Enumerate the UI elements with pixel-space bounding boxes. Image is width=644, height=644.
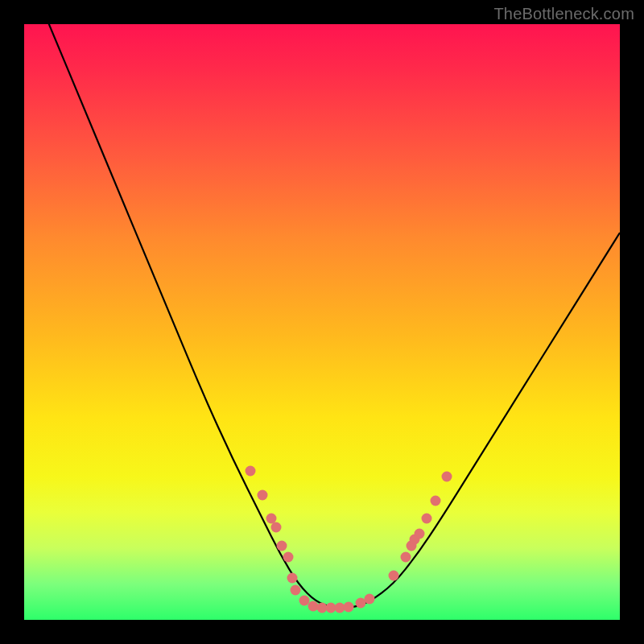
data-marker [287,573,298,584]
data-marker [271,522,282,533]
data-marker [388,570,398,580]
data-marker [344,601,354,612]
data-marker [258,489,268,500]
data-marker [246,466,256,477]
data-marker [365,594,375,605]
data-marker [283,552,293,563]
curve-layer [24,24,620,620]
data-marker [421,514,431,524]
data-marker [276,540,287,551]
data-marker [290,585,300,596]
data-marker [430,496,440,506]
plot-area [24,24,620,620]
data-marker [400,552,411,563]
watermark-text: TheBottleneck.com [493,5,634,23]
data-marker [414,528,424,539]
data-marker [442,472,452,482]
bottleneck-curve [24,24,620,608]
